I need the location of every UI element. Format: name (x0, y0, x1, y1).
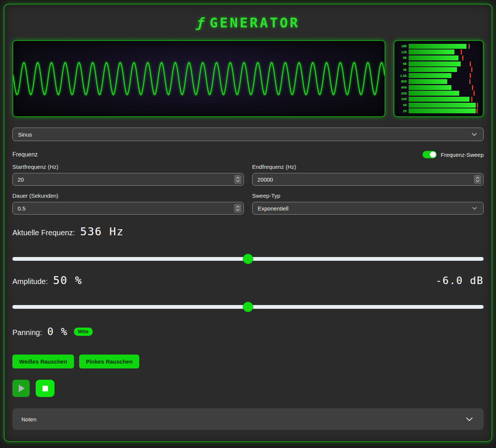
spectrum-band-label: 6k (397, 62, 409, 66)
spectrum-band-row: 200 (397, 91, 480, 96)
stop-button[interactable] (36, 380, 54, 397)
end-frequency-spinner[interactable] (474, 175, 481, 184)
spectrum-band-row: 12k (397, 50, 480, 55)
spectrum-band-bar (409, 56, 458, 60)
oscilloscope-display (12, 40, 385, 117)
spectrum-band-label: 12k (397, 50, 409, 54)
spectrum-band-row: 6k (397, 61, 480, 66)
spectrum-peak-marker (461, 50, 462, 54)
duration-label: Dauer (Sekunden) (12, 192, 244, 199)
sweep-type-value: Exponentiell (258, 205, 289, 212)
spectrum-band-bar (409, 67, 457, 72)
notes-accordion-label: Noten (21, 416, 36, 422)
amplitude-label: Amplitude: (12, 277, 48, 286)
end-frequency-input[interactable] (252, 173, 484, 186)
spectrum-band-track (409, 97, 480, 102)
spectrum-band-label: 1.5k (397, 74, 409, 78)
start-frequency-field: Startfrequenz (Hz) (12, 164, 244, 186)
spectrum-peak-marker (469, 44, 470, 49)
amplitude-slider-thumb[interactable] (243, 302, 253, 312)
generator-app: ƒGENERATOR 18k12k8k6k3k1.5k8004002001005… (4, 4, 492, 442)
duration-input[interactable] (12, 202, 244, 215)
notes-accordion[interactable]: Noten (12, 408, 484, 430)
spectrum-band-label: 8k (397, 56, 409, 60)
spectrum-band-track (409, 73, 480, 78)
panning-center-badge: Mitte (74, 328, 93, 336)
stop-icon (42, 386, 48, 391)
spectrum-band-label: 50 (397, 103, 409, 107)
spectrum-band-bar (409, 103, 476, 108)
spectrum-band-label: 800 (397, 80, 409, 83)
spectrum-band-bar (409, 44, 466, 49)
chevron-down-icon (466, 417, 473, 421)
spectrum-peak-marker (470, 73, 471, 78)
frequency-slider-thumb[interactable] (243, 254, 253, 264)
spectrum-band-track (409, 103, 480, 108)
waveform-select[interactable]: Sinus (12, 128, 484, 141)
white-noise-button[interactable]: Weißes Rauschen (12, 355, 74, 368)
page-title-text: GENERATOR (210, 15, 300, 30)
waveform-select-row: Sinus (12, 128, 484, 141)
transport-controls (12, 380, 484, 397)
spectrum-band-row: 3k (397, 67, 480, 72)
spectrum-band-row: 800 (397, 79, 480, 84)
chevron-down-icon (472, 207, 477, 210)
end-frequency-field: Endfrequenz (Hz) (252, 164, 484, 186)
sweep-type-field: Sweep-Typ Exponentiell (252, 192, 484, 215)
waveform-select-value: Sinus (18, 131, 32, 138)
duration-spinner[interactable] (234, 204, 242, 213)
sweep-type-select[interactable]: Exponentiell (252, 202, 484, 215)
panning-value: 0 % (47, 326, 68, 337)
oscilloscope-wave (13, 41, 385, 116)
spectrum-peak-marker (469, 79, 470, 84)
frequency-sweep-control: Frequenz-Sweep (422, 151, 484, 158)
frequency-slider[interactable] (12, 254, 484, 264)
amplitude-db-value: -6.0 dB (436, 275, 484, 286)
panning-readout: Panning: 0 % (12, 326, 68, 337)
start-frequency-spinner[interactable] (234, 175, 242, 184)
spectrum-band-row: 8k (397, 55, 480, 60)
frequency-symbol: ƒ (196, 15, 204, 30)
spectrum-peak-marker (477, 103, 478, 108)
start-frequency-input[interactable] (12, 173, 244, 186)
spectrum-band-track (409, 91, 480, 96)
play-button[interactable] (12, 380, 30, 397)
noise-buttons-row: Weißes Rauschen Pinkes Rauschen (12, 355, 484, 368)
frequency-fields-grid: Startfrequenz (Hz) Endfrequenz (Hz) Daue… (12, 164, 484, 215)
frequency-sweep-toggle[interactable] (422, 151, 437, 158)
frequency-header: Frequenz Frequenz-Sweep (12, 151, 484, 158)
duration-field: Dauer (Sekunden) (12, 192, 244, 215)
spectrum-band-bar (409, 73, 451, 78)
page-title: ƒGENERATOR (12, 15, 484, 30)
amplitude-slider[interactable] (12, 302, 484, 312)
spectrum-band-track (409, 67, 480, 72)
current-frequency-readout: Aktuelle Frequenz: 536 Hz (12, 225, 484, 238)
spectrum-peak-marker (473, 91, 475, 96)
spectrum-peak-marker (472, 85, 473, 90)
spectrum-band-track (409, 108, 480, 113)
spectrum-peak-marker (470, 62, 471, 66)
spectrum-band-row: 400 (397, 85, 480, 90)
spectrum-band-bar (409, 79, 447, 84)
spectrum-band-label: 20 (397, 109, 409, 113)
end-frequency-label: Endfrequenz (Hz) (252, 164, 484, 170)
pink-noise-button[interactable]: Pinkes Rauschen (79, 355, 139, 368)
spectrum-band-row: 100 (397, 96, 480, 102)
spectrum-band-bar (409, 108, 476, 113)
spectrum-peak-marker (462, 56, 463, 60)
spectrum-band-row: 18k (397, 44, 480, 49)
spectrum-band-bar (409, 50, 454, 54)
chevron-down-icon (471, 132, 477, 136)
spectrum-band-track (409, 44, 480, 49)
start-frequency-label: Startfrequenz (Hz) (12, 164, 244, 170)
spectrum-band-label: 18k (397, 44, 409, 48)
spectrum-band-bar (409, 91, 459, 96)
spectrum-band-label: 400 (397, 86, 409, 89)
frequency-sweep-label: Frequenz-Sweep (441, 152, 484, 158)
toggle-knob (430, 152, 436, 158)
spectrum-band-row: 1.5k (397, 73, 480, 78)
play-icon (19, 385, 25, 392)
spectrum-peak-marker (471, 97, 472, 102)
amplitude-readout: Amplitude: 50 % (12, 274, 82, 287)
spectrum-band-label: 200 (397, 92, 409, 95)
